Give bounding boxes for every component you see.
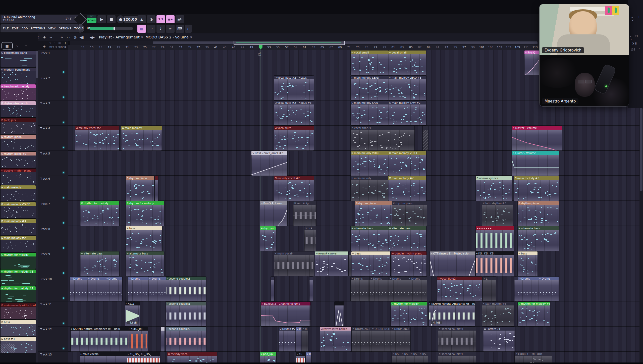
pattern-item[interactable]: ⊟benchmark melody <box>1 84 36 100</box>
clip-header[interactable] <box>155 176 158 180</box>
wait-for-input-icon[interactable]: ◑ <box>147 15 155 23</box>
track-activity-led[interactable] <box>63 147 64 148</box>
clip-header[interactable]: ▸KS_ KS_ KS_ KS_ <box>127 352 160 356</box>
clip-header[interactable]: ✕KS. <box>401 352 410 356</box>
clip[interactable]: ⊟vocal small <box>351 50 388 75</box>
clip-header[interactable]: ⊟alternate bass <box>388 226 426 230</box>
clip[interactable]: ✕KS. <box>410 352 419 362</box>
clip[interactable]: ⊟Drums <box>87 277 105 301</box>
clip[interactable]: ∿Pro-Q <box>524 50 539 75</box>
pattern-header[interactable]: ⊟rhytm intro banch <box>1 101 36 105</box>
clip[interactable]: ▸KS.. KS.. KS.. <box>476 251 514 276</box>
clip-header[interactable]: ⊟melody vocal <box>167 352 217 356</box>
automation-mode-icon[interactable]: ⌁ <box>25 43 27 48</box>
clip-header[interactable]: ✕Drums <box>370 277 389 280</box>
pattern-header[interactable]: ⊟double rhythm piano <box>1 169 36 172</box>
track-activity-led[interactable] <box>63 348 64 349</box>
clip[interactable]: ⊟main melody #3 <box>514 176 559 201</box>
clip-header[interactable]: ⊟Drums <box>518 277 538 280</box>
pattern-scrollbar-thumb[interactable] <box>36 51 38 78</box>
clip[interactable]: ⊟Drums <box>70 277 87 301</box>
clip[interactable]: ✕Drums <box>408 277 427 301</box>
clip[interactable]: ✕sec..4high <box>293 201 316 226</box>
clip[interactable] <box>161 327 165 351</box>
clip[interactable]: ⊟alternate bass <box>518 226 559 251</box>
clip[interactable]: ⊟main melody VOICE <box>388 151 426 176</box>
clip-header[interactable]: ⊟rhytm intro banch <box>320 327 351 331</box>
clip[interactable] <box>335 302 344 326</box>
pattern-item[interactable]: ⊟rhythm for melody #2 <box>1 286 36 302</box>
clip[interactable] <box>309 277 313 301</box>
clip[interactable]: ⊟Drums <box>518 277 538 301</box>
link-icon[interactable]: ∞ <box>166 25 175 33</box>
clip-header[interactable]: ✕main melody <box>351 176 388 180</box>
pattern-item[interactable]: ⊟main melody <box>1 185 36 201</box>
selector-caret[interactable]: ▼ <box>190 36 192 39</box>
clip-header[interactable]: ⊟rhyt..ynth <box>260 226 276 230</box>
playlist-title[interactable]: Playlist - Arrangement <box>99 35 140 39</box>
clip[interactable]: ⊟vocal flute #2 - Nexus #3 <box>274 101 314 125</box>
pattern-item[interactable]: ⊟benchmark piano <box>1 51 36 67</box>
clip[interactable]: ∿Master - Volume <box>512 126 562 150</box>
pattern-header[interactable]: ⊟rhythm piano <box>1 135 36 139</box>
clip[interactable]: ⊟Drums <box>538 277 559 301</box>
clip[interactable]: ✕L <box>483 277 496 301</box>
channel-rack-button[interactable]: ▦ <box>137 25 146 33</box>
track-activity-led[interactable] <box>63 71 64 73</box>
pattern-item[interactable]: ⊟main melody VOICE <box>1 202 36 218</box>
mini-audio-icon[interactable]: ∿ <box>49 41 51 44</box>
clip-header[interactable]: ✕second couplet1 <box>438 352 476 356</box>
clip-header[interactable]: ⊟melody vocal #2 <box>274 176 314 180</box>
clip[interactable]: ⊟rhythm for melody <box>391 302 427 326</box>
clip-header[interactable]: ✕sec..4high <box>293 201 316 205</box>
clip-header[interactable]: ✕rhythm piano <box>392 201 427 205</box>
clip[interactable]: ✕Drums <box>389 277 408 301</box>
track-header-4[interactable]: Track 4 <box>38 126 68 151</box>
scrollbar-thumb[interactable] <box>153 41 538 44</box>
track-activity-led[interactable] <box>63 197 64 198</box>
clip[interactable]: ⊟rhythm piano <box>126 176 154 201</box>
clip[interactable]: ▸KS..1-4.6dB <box>125 302 140 326</box>
clip-header[interactable]: ⊟Drums <box>87 277 105 280</box>
clip-header[interactable]: ⊟новый куплет <box>315 251 348 255</box>
clip[interactable]: ▸second couplet2 <box>166 327 206 351</box>
clip-header[interactable]: ✕DRUM..NCE <box>371 327 391 331</box>
clip-header[interactable]: ∿Bass - env3_amt1 #2 <box>251 151 287 155</box>
pattern-mode-button[interactable]: ▦ <box>2 42 13 49</box>
clip[interactable]: ⊟double rhythm piano <box>391 251 426 276</box>
clip[interactable]: ✕rhythm piano <box>392 201 427 226</box>
clip[interactable]: ✕second couplet1 <box>438 352 476 362</box>
pattern-header[interactable]: ⊟main melody <box>1 185 36 189</box>
track-header-12[interactable]: Track 12 <box>38 327 68 352</box>
track-header-10[interactable]: Track 10 <box>38 276 68 301</box>
clip[interactable]: ⊟bass <box>518 251 538 276</box>
clip-header[interactable]: ∿Master - Volume <box>512 126 562 130</box>
clip[interactable]: ⊟Drums <box>128 277 148 301</box>
pattern-header[interactable]: ⊟main melody #3 <box>1 219 36 223</box>
pattern-item[interactable]: ⊟main melody with chords <box>1 303 36 319</box>
vertical-scrollbar-thumb[interactable] <box>640 108 642 191</box>
clip-header[interactable]: ✕vocal chorus <box>351 126 414 130</box>
clip[interactable]: ✕KS. <box>401 352 410 362</box>
pattern-header[interactable]: ⊟benchmark piano <box>1 51 36 55</box>
clip[interactable]: ✕latin rhythm #3 <box>482 201 513 226</box>
clip-header[interactable]: ⊟bass <box>126 226 162 230</box>
clip-header[interactable]: ⊟melody vocal #2 <box>75 126 119 130</box>
clip-header[interactable]: ⊟Drums <box>105 277 122 280</box>
scroll-right-icon[interactable]: ❯ ▮ <box>632 42 637 45</box>
clip-header[interactable]: ⊟vocal small <box>388 50 426 54</box>
clip[interactable]: ▸KSHMR Natural Ambiance 05 - Rain-4.4dB <box>429 302 475 326</box>
stop-button[interactable]: ■ <box>107 15 116 23</box>
clip-header[interactable]: ✕d..l <box>302 327 308 331</box>
track-activity-led[interactable] <box>63 323 64 324</box>
clip[interactable]: ⊟0_2 <box>306 352 311 362</box>
pattern-item[interactable]: ⊟main melody #3 <box>1 219 36 235</box>
menu-item-view[interactable]: VIEW <box>48 27 56 30</box>
clip-header[interactable]: ▸second couplet2 <box>166 327 206 331</box>
clip[interactable]: ▸KS_ KS_ KS_ KS_ <box>127 352 160 362</box>
clip-header[interactable]: ✕DRUM..NCE <box>391 327 410 331</box>
slide-toggle[interactable]: SLIDE <box>58 46 64 48</box>
mini-automation-icon[interactable]: ⌁ <box>54 41 56 44</box>
clip-header[interactable]: ✕latin rhythm #5 <box>482 302 514 305</box>
clip[interactable]: ⊟Pattern 71 <box>483 327 515 351</box>
